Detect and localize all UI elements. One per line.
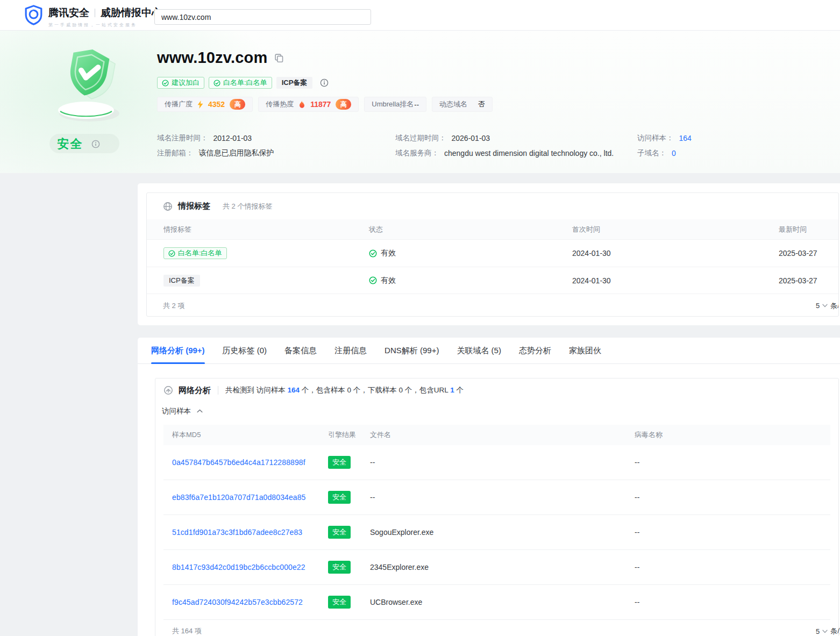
page-size-select[interactable]: 5 条/页 bbox=[816, 620, 840, 636]
page-size-value: 5 bbox=[816, 302, 820, 310]
info-register-email: 注册邮箱： 该信息已启用隐私保护 bbox=[157, 148, 395, 158]
badge-icp: ICP备案 bbox=[276, 77, 313, 89]
summary-text: 个，包含样本 bbox=[300, 386, 347, 394]
summary-text: 个，包含URL bbox=[403, 386, 450, 394]
sample-md5-link[interactable]: f9c45ad724030f94242b57e3cbb62572 bbox=[172, 598, 328, 606]
intel-tags-count: 共 2 个情报标签 bbox=[223, 202, 272, 211]
collapse-toggle[interactable] bbox=[197, 409, 203, 413]
table-row: f9c45ad724030f94242b57e3cbb62572 安全 UCBr… bbox=[163, 585, 830, 620]
domain-summary: www.10zv.com 建议加白 bbox=[157, 31, 840, 173]
page-unit: 条/页 bbox=[830, 626, 840, 636]
analysis-card: 网络分析 (99+) 历史标签 (0) 备案信息 注册信息 DNS解析 (99+… bbox=[138, 338, 840, 636]
stat-label: Umbrella排名 bbox=[372, 99, 414, 109]
intel-tags-total: 共 2 项 bbox=[163, 301, 184, 311]
subdomains-link[interactable]: 0 bbox=[672, 149, 676, 158]
info-label: 子域名： bbox=[637, 148, 666, 158]
badge-whitelist: 白名单:白名单 bbox=[209, 77, 272, 89]
stat-label: 动态域名 bbox=[439, 99, 467, 109]
info-value: 该信息已启用隐私保护 bbox=[199, 148, 274, 158]
page-size-value: 5 bbox=[816, 627, 820, 635]
filename-cell: 2345Explorer.exe bbox=[370, 563, 635, 571]
page-size-select[interactable]: 5 条/页 bbox=[816, 294, 839, 317]
chevron-down-icon bbox=[822, 304, 828, 308]
stat-spread-breadth: 传播广度 4352 高 bbox=[157, 97, 253, 112]
brand: 腾讯安全 威胁情报中心 第一手威胁情报，一站式安全服务 bbox=[24, 4, 162, 28]
column-header: 引擎结果 bbox=[328, 430, 370, 440]
valid-check-icon bbox=[369, 249, 377, 258]
tencent-security-shield-logo bbox=[24, 4, 44, 26]
engine-result-badge: 安全 bbox=[328, 456, 351, 469]
table-row: ICP备案 有效 2024-01-30 2025-03-27 bbox=[147, 267, 838, 294]
tab-registration-info[interactable]: 注册信息 bbox=[334, 338, 367, 363]
tab-related-domains[interactable]: 关联域名 (5) bbox=[457, 338, 501, 363]
column-header: 首次时间 bbox=[572, 225, 779, 234]
tab-dns-resolution[interactable]: DNS解析 (99+) bbox=[385, 338, 439, 363]
first-time: 2024-01-30 bbox=[572, 249, 779, 258]
registration-info: 域名注册时间： 2012-01-03 域名过期时间： 2026-01-03 访问… bbox=[157, 131, 692, 161]
verdict-label: 安全 bbox=[58, 136, 83, 152]
info-expire-time: 域名过期时间： 2026-01-03 bbox=[395, 133, 637, 143]
verdict-info-icon[interactable] bbox=[91, 140, 100, 148]
sample-md5-link[interactable]: 8b1417c93d42c0d19bc2b6ccbc000e22 bbox=[172, 563, 328, 571]
tab-icp-info[interactable]: 备案信息 bbox=[284, 338, 317, 363]
summary-count-download: 0 bbox=[399, 386, 403, 394]
info-value: 2012-01-03 bbox=[213, 134, 252, 142]
info-label: 域名服务商： bbox=[395, 148, 439, 158]
visit-samples-section-label: 访问样本 bbox=[162, 406, 191, 416]
table-row: 0a457847b6457b6ed4c4a1712288898f 安全 -- -… bbox=[163, 445, 830, 480]
summary-text: 共检测到 访问样本 bbox=[225, 386, 288, 394]
security-shield-graphic bbox=[43, 42, 129, 128]
info-label: 域名过期时间： bbox=[395, 133, 446, 143]
tag-badge-whitelist: 白名单:白名单 bbox=[163, 247, 227, 259]
filename-cell: SogouExplorer.exe bbox=[370, 528, 635, 537]
tab-situation-analysis[interactable]: 态势分析 bbox=[519, 338, 551, 363]
brand-secondary: 威胁情报中心 bbox=[101, 6, 162, 20]
column-header: 病毒名称 bbox=[635, 430, 830, 440]
status-cell: 有效 bbox=[369, 276, 572, 285]
intel-tags-table-header: 情报标签 状态 首次时间 最新时间 bbox=[147, 219, 838, 239]
column-header: 情报标签 bbox=[163, 225, 369, 234]
info-label: 访问样本： bbox=[637, 133, 674, 143]
network-analysis-panel: 网络分析 共检测到 访问样本 164 个，包含样本 0 个，下载样本 0 个，包… bbox=[155, 378, 839, 636]
sample-md5-link[interactable]: 51cd1fd901a73c3f1bd67adee8c27e83 bbox=[172, 528, 328, 537]
table-row: 51cd1fd901a73c3f1bd67adee8c27e83 安全 Sogo… bbox=[163, 515, 830, 550]
summary-count-visit: 164 bbox=[288, 386, 300, 394]
engine-result-badge: 安全 bbox=[328, 526, 351, 539]
status-text: 有效 bbox=[381, 248, 396, 258]
intel-tags-panel: 情报标签 共 2 个情报标签 情报标签 状态 首次时间 最新时间 白名单:白名单 bbox=[146, 192, 839, 317]
sample-md5-link[interactable]: eb83f6a7e1b120a707d71a0d8034ea85 bbox=[172, 493, 328, 502]
page: 腾讯安全 威胁情报中心 第一手威胁情报，一站式安全服务 bbox=[0, 0, 840, 636]
info-register-time: 域名注册时间： 2012-01-03 bbox=[157, 133, 395, 143]
intel-tags-card: 情报标签 共 2 个情报标签 情报标签 状态 首次时间 最新时间 白名单:白名单 bbox=[138, 183, 840, 325]
stat-dynamic-domain: 动态域名 否 bbox=[432, 97, 493, 112]
visit-samples-link[interactable]: 164 bbox=[679, 134, 692, 142]
tag-label: 白名单:白名单 bbox=[178, 248, 222, 258]
samples-table-header: 样本MD5 引擎结果 文件名 病毒名称 bbox=[163, 425, 830, 445]
samples-total: 共 164 项 bbox=[172, 626, 202, 636]
brand-divider bbox=[95, 9, 95, 17]
level-badge-high: 高 bbox=[336, 99, 351, 109]
sample-md5-link[interactable]: 0a457847b6457b6ed4c4a1712288898f bbox=[172, 458, 328, 467]
flame-icon bbox=[298, 101, 305, 109]
table-row: 8b1417c93d42c0d19bc2b6ccbc000e22 安全 2345… bbox=[163, 550, 830, 585]
column-header: 状态 bbox=[369, 225, 572, 234]
latest-time: 2025-03-27 bbox=[779, 249, 838, 258]
stat-value: -- bbox=[414, 101, 419, 109]
tab-history-tags[interactable]: 历史标签 (0) bbox=[223, 338, 267, 363]
intel-tags-title: 情报标签 bbox=[178, 201, 210, 211]
table-row: eb83f6a7e1b120a707d71a0d8034ea85 安全 -- -… bbox=[163, 480, 830, 515]
copy-icon[interactable] bbox=[274, 53, 284, 63]
info-label: 域名注册时间： bbox=[157, 133, 208, 143]
tag-badge-icp: ICP备案 bbox=[163, 275, 200, 287]
tab-network-analysis[interactable]: 网络分析 (99+) bbox=[151, 338, 205, 363]
search-input[interactable] bbox=[154, 9, 371, 25]
latest-time: 2025-03-27 bbox=[779, 276, 838, 285]
tab-family-group[interactable]: 家族团伙 bbox=[569, 338, 601, 363]
check-circle-icon bbox=[162, 80, 169, 87]
badges-info-icon[interactable] bbox=[320, 78, 329, 87]
virus-name-cell: -- bbox=[635, 493, 830, 502]
domain-overview-hero: 安全 www.10zv.com bbox=[0, 31, 840, 173]
virus-name-cell: -- bbox=[635, 528, 830, 537]
level-badge-high: 高 bbox=[230, 99, 245, 109]
status-cell: 有效 bbox=[369, 248, 572, 258]
